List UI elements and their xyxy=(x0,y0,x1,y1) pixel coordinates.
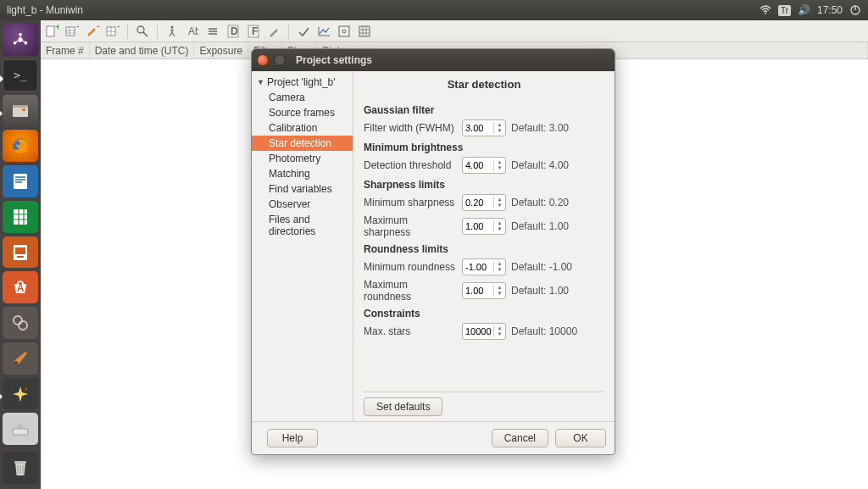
launcher-firefox[interactable] xyxy=(3,130,38,162)
setting-row: Maximum roundness▲▼Default: 1.00 xyxy=(364,279,604,303)
launcher-calc[interactable] xyxy=(3,201,38,233)
tool-target-icon[interactable] xyxy=(337,24,352,39)
launcher-terminal[interactable]: >_ xyxy=(3,59,38,92)
setting-input[interactable] xyxy=(463,219,493,234)
svg-rect-14 xyxy=(17,256,24,258)
svg-rect-20 xyxy=(13,429,28,435)
col-datetime[interactable]: Date and time (UTC) xyxy=(90,42,195,58)
svg-rect-11 xyxy=(14,209,27,225)
launcher-settings[interactable] xyxy=(3,307,38,339)
tool-zoom-icon[interactable] xyxy=(135,24,150,39)
svg-point-29 xyxy=(137,26,144,33)
wifi-icon[interactable] xyxy=(760,5,771,15)
tool-f-icon[interactable]: F xyxy=(246,24,261,39)
setting-input[interactable] xyxy=(463,158,493,173)
col-exposure[interactable]: Exposure xyxy=(194,42,248,58)
setting-spinbox[interactable]: ▲▼ xyxy=(462,323,506,340)
tree-item-find-variables[interactable]: Find variables xyxy=(252,181,353,197)
spin-arrows-icon[interactable]: ▲▼ xyxy=(493,122,505,134)
tool-grid-add2-icon[interactable]: + xyxy=(105,24,120,39)
cancel-button[interactable]: Cancel xyxy=(492,429,548,447)
launcher-star-app[interactable] xyxy=(3,378,38,410)
svg-point-18 xyxy=(14,361,18,364)
setting-spinbox[interactable]: ▲▼ xyxy=(462,194,506,211)
sound-icon[interactable]: 🔊 xyxy=(798,4,810,16)
setting-default: Default: 1.00 xyxy=(511,220,569,232)
setting-default: Default: 1.00 xyxy=(511,285,569,297)
dialog-close-icon[interactable] xyxy=(257,54,269,66)
group-heading: Sharpness limits xyxy=(364,179,604,191)
launcher-software-center[interactable]: A xyxy=(3,271,38,303)
svg-point-0 xyxy=(765,13,766,14)
tool-text-icon[interactable]: Ab xyxy=(185,24,200,39)
launcher-impress[interactable] xyxy=(3,236,38,269)
tree-item-star-detection[interactable]: Star detection xyxy=(252,136,353,151)
dialog-minimize-icon[interactable] xyxy=(274,54,286,66)
help-button[interactable]: Help xyxy=(267,429,318,447)
spin-arrows-icon[interactable]: ▲▼ xyxy=(493,197,505,208)
tool-grid-add-icon[interactable]: + xyxy=(64,24,80,39)
spin-arrows-icon[interactable]: ▲▼ xyxy=(493,285,505,297)
tool-new-icon[interactable]: + xyxy=(44,24,59,39)
setting-input[interactable] xyxy=(463,120,493,136)
setting-label: Minimum sharpness xyxy=(364,197,457,208)
tree-item-files-and-directories[interactable]: Files and directories xyxy=(252,212,353,239)
launcher-dash[interactable] xyxy=(3,24,38,56)
setting-spinbox[interactable]: ▲▼ xyxy=(462,282,506,299)
tool-d-icon[interactable]: D xyxy=(225,24,241,39)
tool-edit-add-icon[interactable]: + xyxy=(85,24,100,39)
clock[interactable]: 17:50 xyxy=(817,4,843,16)
launcher-writer[interactable] xyxy=(3,165,38,197)
tool-walk-icon[interactable] xyxy=(164,24,180,39)
spin-arrows-icon[interactable]: ▲▼ xyxy=(493,159,505,171)
tree-item-observer[interactable]: Observer xyxy=(252,197,353,212)
setting-input[interactable] xyxy=(463,259,493,275)
set-defaults-button[interactable]: Set defaults xyxy=(364,397,442,416)
dialog-titlebar[interactable]: Project settings xyxy=(252,49,615,71)
project-settings-dialog: Project settings ▼Project 'light_b' Came… xyxy=(251,48,615,455)
svg-text:Ab: Ab xyxy=(188,25,198,37)
tool-check-icon[interactable] xyxy=(296,24,311,39)
launcher-files[interactable] xyxy=(3,95,38,127)
tree-item-camera[interactable]: Camera xyxy=(252,90,353,105)
tree-item-calibration[interactable]: Calibration xyxy=(252,120,353,136)
spin-arrows-icon[interactable]: ▲▼ xyxy=(493,220,505,232)
spin-arrows-icon[interactable]: ▲▼ xyxy=(493,325,505,337)
unity-launcher: >_ A xyxy=(0,20,41,489)
settings-tree: ▼Project 'light_b' CameraSource framesCa… xyxy=(252,71,353,421)
tool-grid2-icon[interactable] xyxy=(357,24,372,39)
launcher-drive[interactable] xyxy=(3,413,38,445)
group-heading: Constraints xyxy=(364,308,604,320)
launcher-brush-app[interactable] xyxy=(3,342,38,375)
svg-text:D: D xyxy=(231,25,238,37)
ok-button[interactable]: OK xyxy=(555,429,606,447)
svg-text:+: + xyxy=(117,25,120,33)
tool-chart-icon[interactable] xyxy=(316,24,331,39)
tree-root[interactable]: ▼Project 'light_b' xyxy=(252,75,353,90)
svg-rect-8 xyxy=(22,108,25,111)
setting-input[interactable] xyxy=(463,283,493,298)
tool-lines-icon[interactable] xyxy=(205,24,220,39)
svg-rect-36 xyxy=(339,26,349,36)
svg-rect-10 xyxy=(14,174,27,189)
power-icon[interactable] xyxy=(849,4,861,16)
tree-item-photometry[interactable]: Photometry xyxy=(252,151,353,166)
setting-spinbox[interactable]: ▲▼ xyxy=(462,119,506,136)
launcher-trash[interactable] xyxy=(3,452,38,484)
caret-down-icon: ▼ xyxy=(257,78,264,86)
group-heading: Gaussian filter xyxy=(364,104,604,116)
keyboard-indicator[interactable]: Tr xyxy=(778,5,791,16)
tree-item-source-frames[interactable]: Source frames xyxy=(252,105,353,120)
tree-item-matching[interactable]: Matching xyxy=(252,166,353,181)
col-frame[interactable]: Frame # xyxy=(41,42,90,58)
svg-rect-24 xyxy=(66,27,75,36)
svg-rect-7 xyxy=(13,105,28,108)
setting-spinbox[interactable]: ▲▼ xyxy=(462,157,506,174)
tool-pencil-icon[interactable] xyxy=(266,24,281,39)
setting-input[interactable] xyxy=(463,324,493,339)
setting-spinbox[interactable]: ▲▼ xyxy=(462,218,506,235)
spin-arrows-icon[interactable]: ▲▼ xyxy=(493,261,505,273)
setting-spinbox[interactable]: ▲▼ xyxy=(462,258,506,275)
setting-label: Maximum sharpness xyxy=(364,214,457,238)
setting-input[interactable] xyxy=(463,195,493,210)
